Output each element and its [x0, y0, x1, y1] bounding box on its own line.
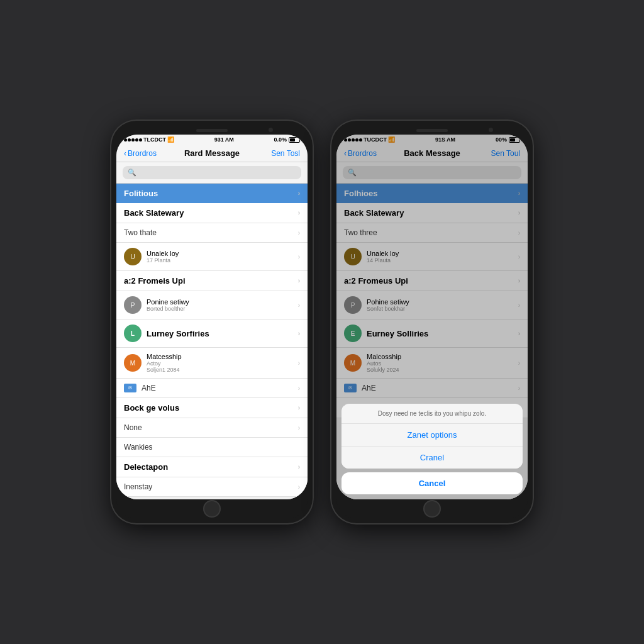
chevron-icon: ›	[298, 404, 300, 411]
phone-2: TUCDCT 📶 91S AM 00% ‹ Brordros Back Mess…	[331, 121, 533, 523]
list-item-ahe-1[interactable]: ✉ AhE ›	[116, 379, 308, 398]
phone-1-screen: TLCDCT 📶 931 AM 0.0% ‹ Brordros Rard Mes…	[116, 135, 308, 499]
status-left-1: TLCDCT 📶	[124, 136, 174, 143]
wifi-icon-1: 📶	[167, 136, 174, 143]
action-sheet-container: Dosy need ne teclis ito you whipu zolo. …	[336, 399, 528, 499]
action-sheet-option2[interactable]: Cranel	[341, 447, 523, 469]
status-bar-1: TLCDCT 📶 931 AM 0.0%	[116, 135, 308, 145]
chevron-icon: ›	[298, 330, 300, 337]
action-sheet-option1[interactable]: Zanet options	[341, 424, 523, 447]
list-item-wankies-1[interactable]: Wankies	[116, 438, 308, 457]
action-sheet-body: Dosy need ne teclis ito you whipu zolo. …	[341, 404, 523, 469]
battery-icon-1	[289, 137, 300, 143]
chevron-icon: ›	[298, 464, 300, 470]
list-item-inenstay-1[interactable]: Inenstay ›	[116, 477, 308, 497]
avatar-matcesship-1: M	[124, 354, 142, 372]
phones-container: TLCDCT 📶 931 AM 0.0% ‹ Brordros Rard Mes…	[99, 108, 545, 536]
phone-2-screen: TUCDCT 📶 91S AM 00% ‹ Brordros Back Mess…	[336, 135, 528, 499]
phone-1-top	[116, 126, 308, 135]
search-icon-1: 🔍	[128, 169, 136, 177]
chevron-icon: ›	[298, 230, 300, 236]
section-chevron-1: ›	[298, 190, 300, 197]
time-1: 931 AM	[214, 136, 234, 143]
chevron-icon: ›	[298, 385, 300, 392]
chevron-icon: ›	[298, 209, 300, 216]
phone-2-top	[336, 126, 528, 135]
action-sheet-message: Dosy need ne teclis ito you whipu zolo.	[341, 404, 523, 424]
back-button-1[interactable]: ‹ Brordros	[124, 149, 168, 158]
list-item-unalek-1[interactable]: U Unalek loy 17 Planta ›	[116, 243, 308, 271]
camera-1	[269, 128, 273, 132]
search-input-1[interactable]: 🔍	[123, 166, 301, 179]
nav-bar-1: ‹ Brordros Rard Message Sen Tosl	[116, 145, 308, 162]
nav-title-1: Rard Message	[168, 148, 256, 158]
chevron-icon: ›	[298, 253, 300, 260]
speaker-2	[416, 129, 448, 132]
chevron-icon: ›	[298, 302, 300, 309]
action-sheet-cancel[interactable]: Cancel	[341, 472, 523, 494]
list-item-matcesship-1[interactable]: M Matcesship Actoy Soljen1 2084 ›	[116, 348, 308, 379]
back-label-1: Brordros	[128, 149, 157, 158]
phone-1-bottom	[116, 499, 308, 518]
avatar-unalek-1: U	[124, 248, 142, 265]
list-item-ponine-1[interactable]: P Ponine setiwy Borted boelther ›	[116, 291, 308, 319]
phone-1: TLCDCT 📶 931 AM 0.0% ‹ Brordros Rard Mes…	[111, 121, 313, 523]
list-item-fromeis-1[interactable]: a:2 Fromeis Upi ›	[116, 271, 308, 291]
signal-dots-1	[124, 138, 142, 142]
status-right-1: 0.0%	[274, 136, 300, 143]
camera-2	[489, 128, 493, 132]
list-item-bock-1[interactable]: Bock ge volus ›	[116, 398, 308, 418]
nav-action-1[interactable]: Sen Tosl	[256, 149, 300, 158]
back-arrow-1: ‹	[124, 149, 126, 158]
list-item-none-1[interactable]: None ›	[116, 418, 308, 438]
mail-icon-1: ✉	[124, 384, 136, 392]
search-bar-1: 🔍	[116, 162, 308, 184]
avatar-ponine-1: P	[124, 296, 142, 314]
list-item-delectapon-1[interactable]: Delectapon ›	[116, 457, 308, 477]
phone-2-bottom	[336, 499, 528, 518]
section-header-1[interactable]: Folitious ›	[116, 184, 308, 203]
chevron-icon: ›	[298, 484, 300, 491]
list-item-two-thate-1[interactable]: Two thate ›	[116, 223, 308, 243]
list-item-back-slatewary-1[interactable]: Back Slatewary ›	[116, 203, 308, 223]
chevron-icon: ›	[298, 425, 300, 431]
chevron-icon: ›	[298, 360, 300, 367]
speaker-1	[196, 129, 228, 132]
home-button-2[interactable]	[423, 500, 441, 518]
list-item-lurney-1[interactable]: L Lurney Sorfiries ›	[116, 319, 308, 348]
list-1: Folitious › Back Slatewary › Two thate ›…	[116, 184, 308, 499]
chevron-icon: ›	[298, 277, 300, 284]
avatar-lurney-1: L	[124, 325, 142, 342]
battery-pct-1: 0.0%	[274, 136, 287, 143]
home-button-1[interactable]	[203, 500, 221, 518]
battery-fill-1	[290, 138, 295, 142]
carrier-1: TLCDCT	[143, 136, 166, 143]
